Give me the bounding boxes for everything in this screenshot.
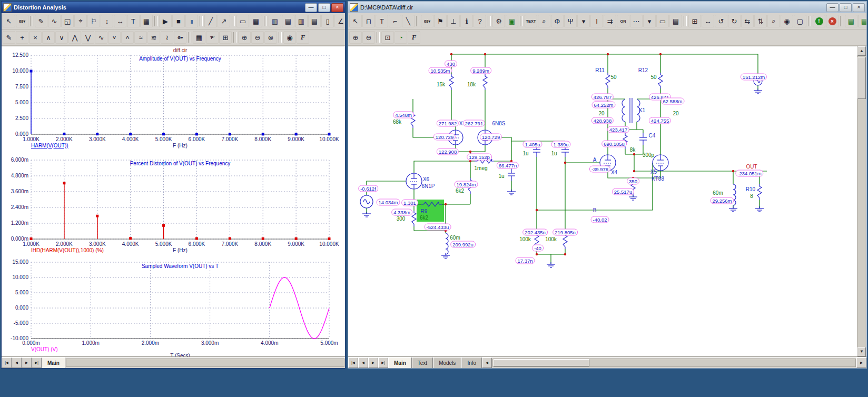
component-value[interactable]: 6k2 bbox=[456, 188, 464, 194]
vertical-tag-tool[interactable]: ↕ bbox=[101, 15, 113, 27]
zoom-in-button[interactable]: ⊕ bbox=[349, 31, 362, 44]
grid-dropdown[interactable]: ▾ bbox=[643, 15, 656, 27]
component-value[interactable]: 100k bbox=[519, 236, 531, 242]
flip-horizontal-button[interactable]: ⇆ bbox=[741, 15, 754, 27]
component-value[interactable]: 15k bbox=[437, 82, 445, 87]
find-button[interactable]: ⌕ bbox=[767, 15, 780, 27]
probe-value-box[interactable]: 25.517u bbox=[612, 188, 634, 195]
probe-value-box[interactable]: 10.535m bbox=[429, 67, 452, 74]
component-name[interactable]: A bbox=[593, 157, 597, 163]
cursor-mode-tool[interactable]: ⌖ bbox=[74, 15, 87, 27]
flip-vertical-button[interactable]: ⇅ bbox=[754, 15, 767, 27]
component-name[interactable]: X5 bbox=[650, 169, 657, 175]
component-name[interactable]: X6 bbox=[423, 176, 429, 182]
top-tool[interactable]: ˄ bbox=[121, 31, 134, 44]
current-toggle[interactable]: I bbox=[590, 15, 603, 27]
probe-value-box[interactable]: 271.982 bbox=[437, 120, 459, 127]
close-button[interactable]: × bbox=[331, 3, 343, 12]
select-region-tool[interactable]: ▭ bbox=[236, 15, 249, 27]
component-name[interactable]: R9 bbox=[421, 209, 428, 214]
probe-value-box[interactable]: 4.338m bbox=[391, 209, 412, 216]
point-tag-tool[interactable]: ⚐ bbox=[87, 15, 100, 27]
probe-value-box[interactable]: 9.289m bbox=[470, 67, 491, 74]
low-tool[interactable]: ⋁ bbox=[82, 31, 94, 44]
wave-analysis-tool[interactable]: ≈ bbox=[134, 31, 147, 44]
run-button[interactable]: ▶ bbox=[159, 15, 172, 27]
xy-axes-button[interactable]: ⊞ bbox=[219, 31, 232, 44]
power-toggle[interactable]: ⇉ bbox=[604, 15, 616, 27]
probe-value-box[interactable]: 423.417 bbox=[607, 126, 629, 133]
high-tool[interactable]: ⋀ bbox=[68, 31, 81, 44]
panel-stripes-2[interactable]: ▤ bbox=[282, 15, 294, 27]
p-key-button[interactable]: 'P' bbox=[206, 31, 219, 44]
vscroll-down-button[interactable]: ▼ bbox=[857, 347, 866, 356]
maximize-button[interactable]: □ bbox=[318, 3, 330, 12]
zoom-area-button[interactable]: ⊡ bbox=[381, 31, 394, 44]
inflection-tool[interactable]: ∿ bbox=[95, 31, 107, 44]
monitor-button[interactable]: ▢ bbox=[794, 15, 806, 27]
select-tool[interactable]: ↖ bbox=[349, 15, 362, 27]
info-status-icon[interactable]: ! bbox=[813, 15, 825, 27]
probe-value-box[interactable]: -40.02 bbox=[591, 216, 609, 223]
component-list-dropdown[interactable]: 68▾ bbox=[421, 15, 433, 27]
probe-value-box[interactable]: 428.938 bbox=[591, 117, 614, 124]
component-value[interactable]: 1u bbox=[551, 151, 557, 156]
cursor-cross-tool[interactable]: × bbox=[29, 31, 42, 44]
grid-dots-toggle[interactable]: ⋯ bbox=[630, 15, 643, 27]
info-tool[interactable]: ℹ bbox=[460, 15, 473, 27]
component-list-dropdown[interactable]: 68▾ bbox=[16, 15, 28, 27]
single-panel-toggle[interactable]: ▯ bbox=[321, 15, 334, 27]
probe-value-box[interactable]: 14.034m bbox=[377, 199, 400, 206]
component-name[interactable]: B bbox=[593, 207, 597, 213]
component-value[interactable]: 8k bbox=[630, 147, 636, 153]
zoom-out-button[interactable]: ⊖ bbox=[251, 31, 264, 44]
stop-button[interactable]: ■ bbox=[172, 15, 185, 27]
probe-value-box[interactable]: -39.978 bbox=[589, 166, 610, 173]
probe-value-box[interactable]: 209.992u bbox=[450, 241, 476, 248]
properties-tool[interactable]: ▦ bbox=[140, 15, 153, 27]
cursor-plus-tool[interactable]: + bbox=[16, 31, 28, 44]
component-value[interactable]: 1meg bbox=[474, 165, 487, 171]
minimize-button[interactable]: — bbox=[826, 3, 839, 12]
voltage-dropdown[interactable]: ▾ bbox=[577, 15, 590, 27]
zoom-in-button[interactable]: ⊕ bbox=[238, 31, 251, 44]
tab-scroll-prev[interactable]: ◀ bbox=[358, 358, 368, 368]
maximize-button[interactable]: □ bbox=[840, 3, 852, 12]
select-tool[interactable]: ↖ bbox=[3, 15, 15, 27]
font-button[interactable]: F bbox=[408, 31, 420, 44]
text-tool[interactable]: T bbox=[127, 15, 140, 27]
probe-value-box[interactable]: 64.252m bbox=[592, 102, 616, 108]
binoculars-button[interactable]: ◉ bbox=[781, 15, 793, 27]
check-box-tool[interactable]: ⊞ bbox=[688, 15, 701, 27]
picture-tool[interactable]: ▣ bbox=[506, 15, 518, 27]
chart-canvas[interactable]: 12.50010.0007.5005.0002.5000.0001.000K2.… bbox=[2, 46, 345, 356]
probe-value-box[interactable]: 1.405u bbox=[522, 141, 542, 148]
component-name[interactable]: X bbox=[459, 121, 463, 126]
wave-compare-tool[interactable]: ≋ bbox=[147, 31, 160, 44]
region-enable-tool[interactable]: ⚙ bbox=[492, 15, 505, 27]
component-name[interactable]: R11 bbox=[595, 67, 605, 73]
envelope-tool[interactable]: ≀ bbox=[161, 31, 173, 44]
web-help-button[interactable]: ◉ bbox=[283, 31, 296, 44]
component-value[interactable]: 60m bbox=[713, 190, 723, 196]
schematic-canvas[interactable]: 43010.535m9.289m15k18k4.548m68k271.98226… bbox=[348, 46, 857, 357]
zoom-fit-button[interactable]: ⊗ bbox=[264, 31, 277, 44]
component-value[interactable]: 20 bbox=[673, 111, 678, 116]
component-value[interactable]: 100k bbox=[545, 236, 557, 242]
mode-clock-button[interactable]: ◔ bbox=[394, 31, 407, 44]
component-value[interactable]: 50 bbox=[610, 74, 616, 80]
vscroll-thumb[interactable] bbox=[857, 57, 866, 99]
tab-scroll-next[interactable]: ▶ bbox=[368, 358, 378, 368]
component-value[interactable]: 300 bbox=[397, 216, 406, 222]
text-grid-button[interactable]: TEXT bbox=[525, 15, 537, 27]
hscroll-track[interactable] bbox=[492, 359, 856, 367]
numeric-output-button[interactable]: ▦ bbox=[193, 31, 205, 44]
component-name[interactable]: C4 bbox=[649, 133, 656, 138]
valley-tool[interactable]: ∨ bbox=[55, 31, 68, 44]
component-name[interactable]: 6N1P bbox=[421, 183, 435, 189]
probe-value-box[interactable]: -234.051m bbox=[735, 170, 763, 177]
component-value[interactable]: 300p bbox=[643, 152, 654, 158]
component-value[interactable]: 1u bbox=[522, 151, 528, 156]
help-mode-tool[interactable]: ? bbox=[474, 15, 486, 27]
font-button[interactable]: F bbox=[297, 31, 309, 44]
